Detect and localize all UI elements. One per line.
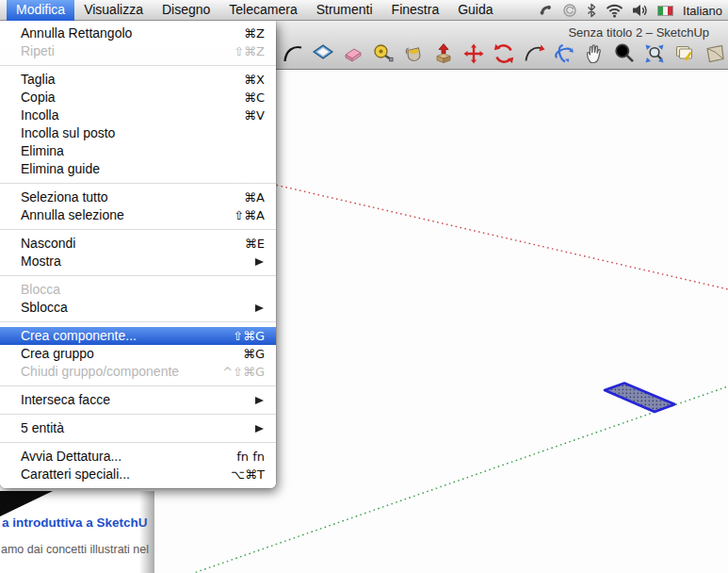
wifi-icon[interactable] (606, 3, 623, 18)
volume-icon[interactable] (632, 3, 649, 18)
italian-flag-icon[interactable] (657, 6, 673, 16)
menu-separator (0, 275, 276, 276)
menu-separator (0, 442, 276, 443)
menu-item-label: Annulla selezione (21, 206, 234, 224)
submenu-arrow-icon (255, 304, 264, 312)
menu-item-label: Sblocca (21, 299, 255, 317)
sync-circle-icon[interactable] (562, 3, 577, 18)
menubar-item-finestra[interactable]: Finestra (382, 0, 449, 21)
menu-item-incolla[interactable]: Incolla⌘V (0, 106, 276, 124)
menu-item-nascondi[interactable]: Nascondi⌘E (0, 235, 276, 253)
instructor-body-text: amo dai concetti illustrati nel (1, 543, 149, 556)
menu-item-label: Taglia (21, 71, 244, 89)
menu-item-shortcut: ⇧⌘A (234, 208, 265, 222)
arc-tool[interactable] (282, 42, 304, 65)
pan-tool[interactable] (583, 42, 606, 65)
menu-item-label: Elimina (21, 142, 265, 160)
previous-view-tool[interactable] (673, 42, 696, 65)
orbit-tool[interactable] (553, 42, 575, 65)
model-tool[interactable] (704, 42, 726, 65)
menu-item-sblocca[interactable]: Sblocca (0, 299, 276, 317)
tape-measure-tool[interactable] (372, 42, 395, 65)
menu-separator (0, 183, 276, 184)
menu-item-5-entit[interactable]: 5 entità (0, 419, 276, 437)
panel-edge-shadow (139, 491, 154, 573)
submenu-arrow-icon (255, 258, 264, 266)
phone-icon[interactable] (538, 3, 554, 18)
menubar-item-modifica[interactable]: Modifica (7, 0, 74, 21)
menu-separator (0, 229, 276, 230)
menubar-item-disegno[interactable]: Disegno (153, 0, 219, 21)
menu-item-shortcut: ⌘X (244, 73, 265, 87)
menu-separator (0, 321, 276, 322)
menu-item-taglia[interactable]: Taglia⌘X (0, 71, 276, 89)
menu-item-label: Seleziona tutto (21, 188, 244, 206)
menu-item-annulla-selezione[interactable]: Annulla selezione⇧⌘A (0, 206, 276, 224)
menu-item-annulla-rettangolo[interactable]: Annulla Rettangolo⌘Z (0, 25, 276, 42)
bluetooth-icon[interactable] (586, 3, 597, 18)
menubar-item-telecamera[interactable]: Telecamera (219, 0, 306, 21)
paint-bucket-tool[interactable] (402, 42, 425, 65)
rotate-tool[interactable] (493, 42, 515, 65)
menu-separator (0, 414, 276, 415)
status-icons-slot (538, 3, 649, 18)
menu-bar-items: ModificaVisualizzaDisegnoTelecameraStrum… (7, 0, 503, 21)
menu-item-shortcut: ⌥⌘T (231, 467, 265, 482)
menu-item-blocca: Blocca (0, 281, 276, 299)
menu-item-shortcut: ⌘E (245, 237, 265, 251)
menu-item-label: Elimina guide (21, 160, 265, 178)
menu-item-shortcut: ⌘C (244, 90, 265, 105)
menu-item-shortcut: ⇧⌘G (233, 329, 265, 343)
input-language-label[interactable]: Italiano (682, 4, 722, 18)
menu-item-label: Mostra (21, 253, 255, 270)
instructor-heading: a introduttiva a SketchU (2, 516, 148, 530)
menu-item-label: 5 entità (21, 419, 255, 437)
menu-item-shortcut: ⌘A (244, 190, 265, 205)
menubar-item-guida[interactable]: Guida (448, 0, 502, 21)
drawing-toolbar (282, 42, 726, 65)
rectangle-tool[interactable] (312, 42, 334, 65)
menu-item-interseca-facce[interactable]: Interseca facce (0, 391, 276, 409)
menu-bar-status-area: Italiano (538, 0, 722, 21)
menu-item-label: Incolla sul posto (21, 124, 265, 142)
menu-item-shortcut: ⌘G (243, 347, 265, 361)
menu-item-elimina[interactable]: Elimina (0, 142, 276, 160)
menu-item-label: Annulla Rettangolo (21, 25, 244, 42)
menu-item-avvia-dettatura[interactable]: Avvia Dettatura...fn fn (0, 448, 276, 466)
menu-item-copia[interactable]: Copia⌘C (0, 89, 276, 106)
zoom-extents-tool[interactable] (643, 42, 666, 65)
menu-separator (0, 385, 276, 386)
follow-me-tool[interactable] (523, 42, 545, 65)
zoom-tool[interactable] (613, 42, 636, 65)
menu-item-shortcut: ⌘Z (244, 26, 265, 41)
menu-item-label: Caratteri speciali... (21, 466, 231, 483)
menu-item-chiudi-gruppo-componente: Chiudi gruppo/componente^⇧⌘G (0, 363, 276, 381)
menu-item-elimina-guide[interactable]: Elimina guide (0, 160, 276, 178)
submenu-arrow-icon (255, 397, 264, 404)
window-title: Senza titolo 2 – SketchUp (568, 25, 709, 40)
menu-item-shortcut: ^⇧⌘G (222, 365, 265, 379)
menu-item-shortcut: ⌘V (244, 108, 265, 123)
menu-item-shortcut: fn fn (236, 450, 265, 464)
screen: Senza titolo 2 – SketchUp a introduttiva… (0, 0, 728, 573)
menu-item-label: Incolla (21, 106, 244, 124)
os-menu-bar: ModificaVisualizzaDisegnoTelecameraStrum… (0, 0, 728, 21)
menu-item-label: Copia (21, 89, 244, 106)
menu-item-crea-gruppo[interactable]: Crea gruppo⌘G (0, 345, 276, 363)
menu-item-incolla-sul-posto[interactable]: Incolla sul posto (0, 124, 276, 142)
menu-separator (0, 65, 276, 66)
menu-item-crea-componente[interactable]: Crea componente...⇧⌘G (0, 327, 276, 345)
menu-item-label: Crea gruppo (21, 345, 243, 363)
menu-item-seleziona-tutto[interactable]: Seleziona tutto⌘A (0, 188, 276, 206)
edit-menu-dropdown: Annulla Rettangolo⌘ZRipeti⇧⌘ZTaglia⌘XCop… (0, 21, 276, 488)
menu-item-caratteri-speciali[interactable]: Caratteri speciali...⌥⌘T (0, 466, 276, 483)
eraser-tool[interactable] (342, 42, 364, 65)
push-pull-tool[interactable] (432, 42, 455, 65)
submenu-arrow-icon (255, 425, 264, 433)
menu-item-mostra[interactable]: Mostra (0, 253, 276, 270)
menu-item-ripeti: Ripeti⇧⌘Z (0, 42, 276, 60)
move-tool[interactable] (462, 42, 485, 65)
menubar-item-strumenti[interactable]: Strumenti (307, 0, 382, 21)
menubar-item-visualizza[interactable]: Visualizza (74, 0, 153, 21)
menu-item-shortcut: ⇧⌘Z (234, 44, 265, 58)
